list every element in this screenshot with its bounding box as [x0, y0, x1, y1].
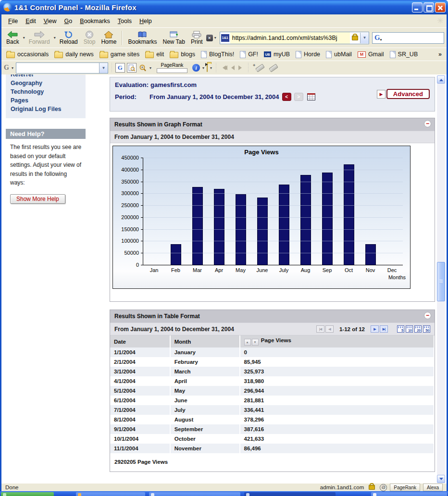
menu-item-help[interactable]: Help — [136, 16, 156, 26]
google-menu-icon[interactable]: G — [4, 64, 9, 72]
highlighter-icon[interactable] — [268, 63, 279, 72]
pagerank-indicator[interactable]: PageRank — [157, 62, 187, 73]
pagerank-status-box[interactable]: PageRank — [390, 484, 420, 491]
bookmark-link[interactable]: GF! — [240, 51, 258, 58]
alexa-status-box[interactable]: Alexa — [423, 484, 443, 491]
bookmark-folder[interactable]: blogs — [170, 51, 195, 58]
location-bar[interactable]: 1&1 https://admin.1and1.com/xml/stats%3B… — [220, 32, 369, 44]
title-bar[interactable]: 1&1 Control Panel - Mozilla Firefox — [0, 0, 448, 14]
bookmark-link[interactable]: ubMail — [326, 51, 352, 58]
print-button[interactable]: Print — [188, 30, 205, 46]
bookmark-link[interactable]: SR_UB — [390, 51, 418, 58]
close-button[interactable] — [435, 2, 446, 12]
reload-button[interactable]: Reload — [57, 30, 80, 46]
show-more-help-button[interactable]: Show More Help — [10, 194, 65, 204]
search-engine-dropdown[interactable]: ▾ — [380, 38, 382, 42]
menu-item-bookmarks[interactable]: Bookmarks — [76, 16, 114, 26]
bookmark-link[interactable]: MGmail — [358, 51, 384, 58]
collapse-graph-button[interactable]: − — [424, 120, 431, 127]
vertical-scrollbar[interactable] — [437, 75, 445, 483]
google-menu-dropdown[interactable]: ▾ — [12, 66, 13, 70]
start-button[interactable] — [1, 492, 54, 496]
scroll-down-button[interactable] — [437, 475, 445, 483]
menu-item-file[interactable]: File — [4, 16, 22, 26]
bookmark-folder[interactable]: occasionals — [6, 51, 49, 58]
bookmarks-overflow-chevron[interactable]: » — [438, 51, 442, 58]
page-size-button-20[interactable]: 20 — [414, 325, 422, 333]
home-button[interactable]: Home — [99, 30, 119, 46]
calendar-icon[interactable] — [307, 93, 315, 100]
folder-up-icon[interactable] — [207, 63, 208, 72]
page-info-dropdown[interactable]: ▾ — [202, 66, 204, 70]
previous-period-button[interactable]: < — [282, 93, 291, 101]
maximize-button[interactable] — [423, 2, 434, 12]
sidebar-item-original-log-files[interactable]: Original Log Files — [11, 105, 86, 113]
stop-button[interactable]: Stop — [81, 30, 98, 46]
collapse-table-button[interactable]: − — [424, 312, 431, 319]
forward-button[interactable]: Forward — [26, 30, 52, 46]
advanced-button[interactable]: Advanced — [386, 89, 430, 99]
at-icon[interactable]: @ — [380, 484, 387, 491]
bookmark-link[interactable]: UBmyUB — [264, 51, 290, 58]
combobox-dropdown-button[interactable]: ▼ — [99, 63, 108, 73]
url-input[interactable]: https://admin.1and1.com/xml/stats%3Bj — [230, 32, 350, 44]
folder-dropdown[interactable]: ▾ — [210, 66, 212, 70]
menu-item-view[interactable]: View — [40, 16, 61, 26]
minimize-button[interactable] — [412, 2, 423, 12]
next-result-button[interactable] — [238, 63, 242, 72]
google-search-button[interactable]: G — [115, 63, 125, 73]
search-site-icon[interactable] — [127, 63, 137, 73]
next-period-button[interactable]: > — [294, 93, 303, 101]
taskbar-button[interactable] — [76, 492, 145, 496]
first-page-button[interactable]: |◀ — [316, 325, 324, 333]
back-button[interactable]: Back — [4, 30, 22, 46]
page-size-button-50[interactable]: 50 — [423, 325, 430, 333]
taskbar-button[interactable] — [149, 492, 240, 496]
menu-item-tools[interactable]: Tools — [114, 16, 136, 26]
results-table: Date Month▲▼ Page Views 1/1/2004January0… — [110, 335, 435, 453]
scrollbar-thumb[interactable] — [437, 262, 445, 301]
menu-item-edit[interactable]: Edit — [22, 16, 40, 26]
first-result-button[interactable] — [223, 63, 227, 72]
sidebar-item-referrer[interactable]: Referrer — [11, 74, 86, 79]
taskbar-button-active[interactable] — [244, 492, 336, 496]
page-size-button-5[interactable]: 5 — [397, 325, 404, 333]
highlight-search-icon[interactable] — [138, 63, 147, 72]
bookmarks-button[interactable]: Bookmarks — [125, 30, 159, 46]
next-page-button[interactable]: ▶ — [371, 325, 379, 333]
bookmark-folder[interactable]: elit — [145, 51, 164, 58]
bookmark-link[interactable]: BlogThis! — [201, 51, 234, 58]
forward-dropdown[interactable]: ▾ — [54, 36, 56, 40]
extension-button[interactable]: × — [206, 35, 213, 41]
sidebar-item-pages[interactable]: Pages — [11, 96, 86, 105]
sort-ascending-button[interactable]: ▲ — [244, 339, 251, 346]
highlighter-add-icon[interactable]: + — [252, 63, 266, 72]
x-axis-label: Months — [388, 274, 406, 280]
menu-item-go[interactable]: Go — [61, 16, 76, 26]
new-tab-button[interactable]: New Tab — [161, 30, 187, 46]
advanced-control[interactable]: ▶ Advanced — [377, 89, 430, 99]
sidebar-item-geography[interactable]: Geography — [11, 79, 86, 87]
taskbar-button[interactable] — [371, 492, 447, 496]
column-header-date[interactable]: Date — [110, 335, 170, 347]
google-search-combobox[interactable]: ▼ — [16, 62, 108, 74]
sidebar-item-technology[interactable]: Technology — [11, 87, 86, 96]
page-size-button-10[interactable]: 10 — [406, 325, 413, 333]
status-padlock-icon[interactable] — [369, 485, 375, 490]
previous-page-button[interactable]: ◀ — [325, 325, 334, 333]
back-dropdown[interactable]: ▾ — [23, 36, 25, 40]
search-options-dropdown[interactable]: ▾ — [149, 66, 151, 70]
page-info-icon[interactable]: i — [192, 64, 200, 72]
column-header-month[interactable]: Month — [170, 335, 240, 347]
last-page-button[interactable]: ▶| — [380, 325, 388, 333]
sort-descending-button[interactable]: ▼ — [252, 339, 259, 346]
scroll-up-button[interactable] — [437, 75, 445, 84]
url-dropdown-button[interactable]: ▼ — [360, 33, 369, 43]
extension-dropdown[interactable]: ▾ — [214, 36, 216, 40]
bookmark-link[interactable]: Horde — [296, 51, 320, 58]
previous-result-button[interactable] — [231, 63, 235, 72]
search-input[interactable]: G ▾ — [372, 32, 444, 44]
bookmark-folder[interactable]: daily news — [54, 51, 93, 58]
column-header-page-views[interactable]: ▲▼ Page Views — [240, 335, 434, 347]
bookmark-folder[interactable]: game sites — [100, 51, 139, 58]
